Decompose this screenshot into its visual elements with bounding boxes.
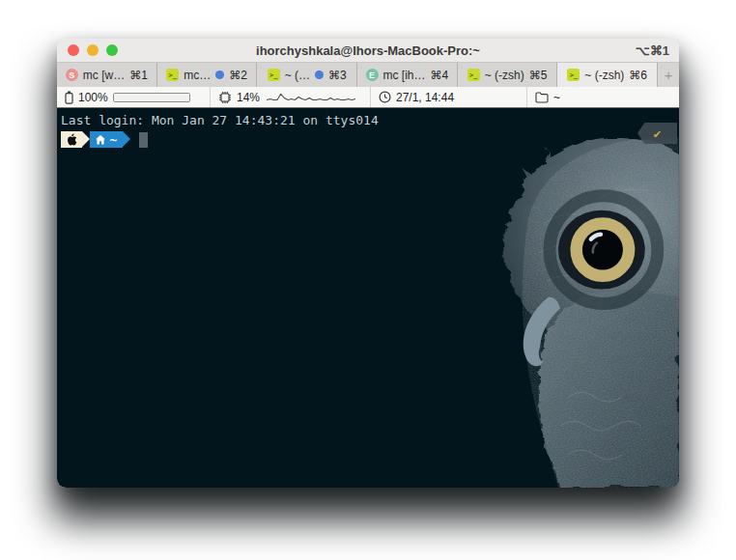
activity-dot-icon xyxy=(215,70,224,79)
battery-status: 100% xyxy=(57,87,210,107)
window-title: ihorchyshkala@Ihors-MacBook-Pro:~ xyxy=(57,43,679,58)
directory-label: ~ xyxy=(553,91,560,104)
tab-label: mc [ih… xyxy=(383,69,426,82)
terminal-tab-icon: >_ xyxy=(467,69,480,81)
tab-4[interactable]: E mc [ih… ⌘4 xyxy=(357,63,458,87)
tab-label: mc… xyxy=(184,69,211,82)
terminal-content[interactable]: ✔ Last login: Mon Jan 27 14:43:21 on tty… xyxy=(57,108,679,488)
notification-badge[interactable]: ✔ xyxy=(637,123,677,144)
terminal-tab-icon: >_ xyxy=(567,69,580,81)
battery-percent-label: 100% xyxy=(78,91,108,104)
tab-label: ~ (… xyxy=(285,69,310,82)
tab-shortcut-label: ⌘6 xyxy=(629,69,647,82)
new-tab-button[interactable]: + xyxy=(658,63,679,87)
cpu-status: 14% xyxy=(210,87,370,107)
home-icon xyxy=(96,135,105,145)
s-badge-icon: S xyxy=(66,69,78,81)
cpu-icon xyxy=(218,91,232,104)
tab-shortcut-label: ⌘3 xyxy=(328,69,347,82)
activity-dot-icon xyxy=(315,70,324,79)
tab-shortcut-label: ⌘2 xyxy=(229,69,247,82)
clock-icon xyxy=(379,91,391,103)
directory-status: ~ xyxy=(526,87,679,107)
tab-label: mc [w… xyxy=(83,69,125,82)
terminal-cursor[interactable] xyxy=(139,132,148,148)
tab-3[interactable]: >_ ~ (… ⌘3 xyxy=(257,63,357,87)
tab-shortcut-label: ⌘5 xyxy=(529,69,548,82)
cpu-sparkline xyxy=(265,91,357,104)
terminal-tab-icon: >_ xyxy=(268,69,280,81)
prompt-os-segment xyxy=(61,131,82,148)
close-button[interactable] xyxy=(68,44,79,56)
last-login-line: Last login: Mon Jan 27 14:43:21 on ttys0… xyxy=(61,112,679,128)
battery-bar xyxy=(113,93,190,102)
owl-wallpaper-image xyxy=(452,108,679,488)
terminal-tab-icon: >_ xyxy=(166,69,179,81)
status-bar: 100% 14% 27/1, 14:44 ~ xyxy=(57,87,679,108)
folder-icon xyxy=(535,92,549,103)
tab-2[interactable]: >_ mc… ⌘2 xyxy=(157,63,258,87)
powerline-arrow-icon xyxy=(123,131,130,147)
battery-icon xyxy=(65,91,73,104)
tab-5[interactable]: >_ ~ (-zsh) ⌘5 xyxy=(458,63,558,87)
tab-bar: S mc [w… ⌘1 >_ mc… ⌘2 >_ ~ (… ⌘3 E mc [i… xyxy=(57,63,679,87)
clock-status: 27/1, 14:44 xyxy=(370,87,526,107)
prompt-path-segment: ~ xyxy=(90,131,124,148)
tab-label: ~ (-zsh) xyxy=(485,69,524,82)
e-badge-icon: E xyxy=(366,69,379,81)
prompt-path-label: ~ xyxy=(110,132,118,147)
title-bar[interactable]: ihorchyshkala@Ihors-MacBook-Pro:~ ⌥⌘1 xyxy=(57,39,679,63)
tab-label: ~ (-zsh) xyxy=(584,69,624,82)
tab-6[interactable]: >_ ~ (-zsh) ⌘6 xyxy=(557,63,658,87)
tab-shortcut-label: ⌘1 xyxy=(129,69,148,82)
window-shortcut-label: ⌥⌘1 xyxy=(636,43,669,58)
apple-icon xyxy=(67,133,77,146)
tab-shortcut-label: ⌘4 xyxy=(431,69,449,82)
clock-label: 27/1, 14:44 xyxy=(396,91,454,104)
cpu-percent-label: 14% xyxy=(237,91,260,104)
zoom-button[interactable] xyxy=(106,44,118,56)
shell-prompt: ~ xyxy=(61,131,679,148)
minimize-button[interactable] xyxy=(87,44,99,56)
tab-1[interactable]: S mc [w… ⌘1 xyxy=(57,63,157,87)
terminal-window: ihorchyshkala@Ihors-MacBook-Pro:~ ⌥⌘1 S … xyxy=(57,39,679,488)
check-icon: ✔ xyxy=(654,126,662,141)
